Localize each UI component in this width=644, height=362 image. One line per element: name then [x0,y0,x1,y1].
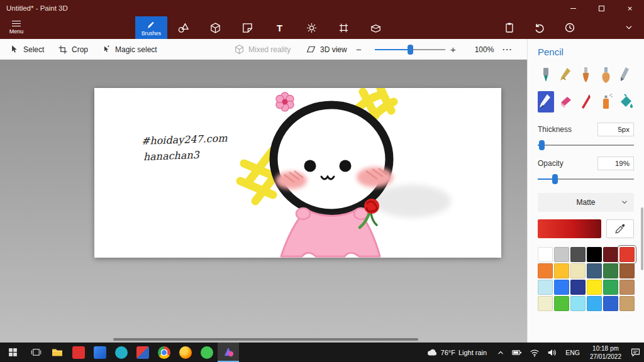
tab-stickers[interactable] [231,16,264,39]
start-button[interactable] [0,343,25,362]
action-center-button[interactable] [627,343,644,362]
maximize-button[interactable] [587,0,616,16]
brush-pencil[interactable] [538,91,554,112]
color-gradient-picker[interactable] [538,219,601,238]
zoom-in-button[interactable]: + [450,39,456,60]
tab-3d-library[interactable] [360,16,392,39]
taskbar-app-paint3d[interactable] [218,343,239,362]
3d-view-button[interactable]: 3D view [306,39,347,60]
minimize-button[interactable] [559,0,587,16]
taskbar-app-blue[interactable] [89,343,111,362]
taskbar-app-firefox[interactable] [175,343,196,362]
color-swatch-14[interactable] [570,280,586,295]
oil-brush-icon [578,67,593,84]
paste-button[interactable] [494,16,525,39]
taskbar-app-green[interactable] [196,343,218,362]
history-button[interactable] [555,16,585,39]
color-swatch-11[interactable] [619,263,635,278]
crop-label: Crop [72,45,88,54]
color-swatch-22[interactable] [603,296,618,311]
brush-watercolour[interactable] [597,65,614,86]
eraser-icon [558,93,574,111]
color-swatch-10[interactable] [603,263,618,278]
horizontal-scrollbar[interactable] [113,338,418,341]
color-swatch-13[interactable] [554,280,569,295]
magic-select-button[interactable]: Magic select [101,39,157,60]
eyedropper-button[interactable] [606,219,634,238]
opacity-value-field[interactable]: 19% [597,156,634,170]
color-swatch-7[interactable] [554,263,569,278]
brush-crayon[interactable] [578,91,594,112]
color-swatch-15[interactable] [587,280,602,295]
3d-shapes-icon [209,22,221,34]
zoom-out-button[interactable]: − [356,39,362,60]
menu-button[interactable]: Menu [0,16,33,39]
windows-logo-icon [8,347,18,358]
network-status[interactable] [526,343,543,362]
color-swatch-3[interactable] [587,247,602,262]
color-swatch-18[interactable] [538,296,553,311]
select-label: Select [23,45,44,54]
color-swatch-6[interactable] [538,263,553,278]
taskbar-app-file-explorer[interactable] [47,343,68,362]
hidden-icons-button[interactable] [493,343,508,362]
brush-pixel-pen[interactable] [618,65,634,86]
color-swatch-8[interactable] [570,263,586,278]
undo-button[interactable] [525,16,555,39]
brush-spray-can[interactable] [597,91,614,112]
brush-calligraphy-pen[interactable] [558,65,574,86]
color-swatch-5[interactable] [619,247,635,262]
color-swatch-9[interactable] [587,263,602,278]
color-swatch-0[interactable] [538,247,553,262]
battery-status[interactable] [508,343,526,362]
thickness-label: Thickness [538,125,572,134]
tab-3d-shapes[interactable] [199,16,231,39]
clock[interactable]: 10:18 pm 27/01/2022 [584,343,627,362]
tab-brushes[interactable]: Brushes [135,16,167,39]
color-swatch-4[interactable] [603,247,618,262]
color-swatch-1[interactable] [554,247,569,262]
tab-2d-shapes[interactable] [167,16,199,39]
close-button[interactable]: × [616,0,644,16]
panel-scrollbar[interactable] [641,207,643,270]
tab-effects[interactable] [296,16,328,39]
brush-oil[interactable] [578,65,594,86]
color-swatch-19[interactable] [554,296,569,311]
color-swatch-23[interactable] [619,296,635,311]
taskbar-app-store[interactable] [132,343,153,362]
thickness-value-field[interactable]: 5px [597,123,634,136]
color-swatch-21[interactable] [587,296,602,311]
tab-canvas[interactable] [328,16,360,39]
workspace: #hoiday247.com hanachan3 [0,60,527,343]
crayon-icon [578,93,593,111]
zoom-level-value[interactable]: 100% [470,39,498,60]
more-options-button[interactable]: ⋯ [502,39,512,60]
color-swatch-20[interactable] [570,296,586,311]
volume-status[interactable] [543,343,561,362]
toolbar-expand-button[interactable] [615,16,643,39]
weather-widget[interactable]: 76°F Light rain [420,343,494,362]
brush-eraser[interactable] [558,91,574,112]
brush-fill[interactable] [618,91,634,112]
color-swatch-12[interactable] [538,280,553,295]
language-indicator[interactable]: ENG [561,343,584,362]
color-swatch-2[interactable] [570,247,586,262]
crop-button[interactable]: Crop [58,39,88,60]
taskbar-app-red[interactable] [68,343,89,362]
taskbar-app-chrome[interactable] [153,343,175,362]
color-swatch-17[interactable] [619,280,635,295]
taskbar-app-task-view[interactable] [25,343,47,362]
color-swatch-16[interactable] [603,280,618,295]
thickness-slider[interactable] [538,140,634,150]
zoom-slider[interactable] [375,45,445,55]
opacity-slider-thumb[interactable] [552,174,558,184]
taskbar-app-media[interactable] [111,343,132,362]
material-dropdown[interactable]: Matte [538,193,634,212]
brush-marker[interactable] [538,65,554,86]
zoom-slider-thumb[interactable] [408,45,413,55]
opacity-slider[interactable] [538,174,634,184]
tab-text[interactable]: T [264,16,296,39]
thickness-slider-thumb[interactable] [539,140,545,150]
drawing-canvas[interactable]: #hoiday247.com hanachan3 [94,88,501,258]
select-button[interactable]: Select [9,39,44,60]
